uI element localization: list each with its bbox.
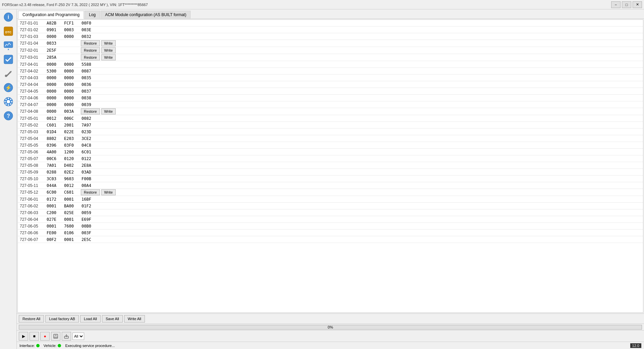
row-write-button[interactable]: Write xyxy=(101,189,116,195)
version-badge: 12.0 xyxy=(630,343,641,348)
row-v1: FE00 xyxy=(45,230,63,236)
row-v2: FCF1 xyxy=(63,20,80,26)
progress-bar: 0% xyxy=(19,325,642,330)
row-v3: 0059 xyxy=(80,210,98,215)
row-id: 727-05-06 xyxy=(18,149,45,155)
sidebar-item-dtc[interactable]: DTC xyxy=(2,25,15,38)
row-write-button[interactable]: Write xyxy=(101,108,116,114)
filter-select[interactable]: All xyxy=(72,333,84,340)
row-v2: 0000 xyxy=(63,34,80,39)
row-v3: 023D xyxy=(80,129,98,135)
row-v2: 02E2 xyxy=(63,169,80,175)
svg-point-15 xyxy=(11,101,12,102)
row-id: 727-05-05 xyxy=(18,143,45,148)
row-id: 727-04-08 xyxy=(18,109,45,114)
row-restore-button[interactable]: Restore xyxy=(81,189,100,195)
vehicle-label: Vehicle: xyxy=(44,344,57,348)
write-all-button[interactable]: Write All xyxy=(124,315,145,322)
restore-all-button[interactable]: Restore All xyxy=(19,315,44,322)
row-write-button[interactable]: Write xyxy=(101,47,116,53)
table-row: 727-06-06FE000106003F xyxy=(18,230,643,236)
row-v1: 0396 xyxy=(45,143,63,148)
row-write-button[interactable]: Write xyxy=(101,54,116,60)
row-v3: 01F2 xyxy=(80,203,98,209)
row-restore-button[interactable]: Restore xyxy=(81,108,100,114)
export-button[interactable] xyxy=(62,332,71,341)
sidebar-item-monitor[interactable]: ▲ xyxy=(2,39,15,52)
row-id: 727-04-05 xyxy=(18,89,45,94)
sidebar-item-wrench[interactable] xyxy=(2,67,15,80)
row-id: 727-03-01 xyxy=(18,55,45,60)
table-row: 727-04-01000000005588 xyxy=(18,61,643,68)
row-v2: 0000 xyxy=(63,82,80,87)
load-all-button[interactable]: Load All xyxy=(80,315,101,322)
row-v1: 027E xyxy=(45,217,63,222)
row-v1: 0000 xyxy=(45,34,63,39)
row-v3: 00B0 xyxy=(80,223,98,229)
row-v3: 00F0 xyxy=(80,20,98,26)
row-v2: 0012 xyxy=(63,183,80,188)
record-button[interactable]: ● xyxy=(40,332,50,341)
sidebar-item-circuit[interactable]: ⚡ xyxy=(2,81,15,94)
tab-bar: Configuration and Programming Log ACM Mo… xyxy=(17,9,644,19)
sidebar-item-settings[interactable] xyxy=(2,95,15,108)
row-v3: 0039 xyxy=(80,102,98,107)
row-v1: C200 xyxy=(45,210,63,215)
row-v1: 0033 xyxy=(45,41,63,46)
svg-point-12 xyxy=(8,98,9,99)
sidebar-item-checklist[interactable] xyxy=(2,53,15,66)
row-v2: 0003 xyxy=(63,27,80,33)
minimize-button[interactable]: − xyxy=(611,1,621,8)
row-v3: 04C8 xyxy=(80,143,98,148)
row-restore-button[interactable]: Restore xyxy=(81,47,100,53)
sidebar-item-info[interactable]: i xyxy=(2,11,15,23)
row-v1: 0000 xyxy=(45,89,63,94)
controls-bar: ▶ ■ ● All xyxy=(17,330,644,342)
table-row: 727-05-064A0012006C01 xyxy=(18,149,643,155)
row-restore-button[interactable]: Restore xyxy=(81,54,100,60)
table-row: 727-06-0700F200012E5C xyxy=(18,236,643,243)
row-v1: 7A01 xyxy=(45,163,63,168)
row-id: 727-05-09 xyxy=(18,169,45,175)
tab-config[interactable]: Configuration and Programming xyxy=(18,11,84,19)
table-row: 727-04-04000000000036 xyxy=(18,81,643,88)
svg-text:i: i xyxy=(7,14,9,20)
table-row: 727-05-05039603F004C8 xyxy=(18,142,643,149)
svg-text:⚡: ⚡ xyxy=(5,85,12,91)
load-factory-ab-button[interactable]: Load factory AB xyxy=(45,315,79,322)
row-v2: 0000 xyxy=(63,75,80,81)
svg-point-14 xyxy=(4,101,6,102)
stop-button[interactable]: ■ xyxy=(30,332,39,341)
row-id: 727-04-04 xyxy=(18,82,45,87)
row-write-button[interactable]: Write xyxy=(101,40,116,46)
table-row: 727-06-010172000116BF xyxy=(18,196,643,203)
row-v2: E203 xyxy=(63,136,80,141)
progress-bar-area: 0% xyxy=(17,323,644,330)
row-v1: 0901 xyxy=(45,27,63,33)
row-v2 xyxy=(63,50,80,51)
row-id: 727-05-07 xyxy=(18,156,45,161)
row-v1: 0001 xyxy=(45,203,63,209)
row-v2: 0001 xyxy=(63,197,80,202)
table-row: 727-01-0209010003003E xyxy=(18,27,643,33)
save-all-button[interactable]: Save All xyxy=(102,315,123,322)
main-layout: i DTC ▲ xyxy=(0,9,644,349)
table-row: 727-05-103C039603F00B xyxy=(18,176,643,182)
row-v3: 3CE2 xyxy=(80,136,98,141)
save-button[interactable] xyxy=(51,332,60,341)
row-v1: 0001 xyxy=(45,223,63,229)
play-button[interactable]: ▶ xyxy=(19,332,28,341)
maximize-button[interactable]: □ xyxy=(622,1,631,8)
sidebar-item-help[interactable]: ? xyxy=(2,109,15,122)
status-message: Executing service procedure... xyxy=(65,344,115,348)
row-id: 727-05-11 xyxy=(18,183,45,188)
row-restore-button[interactable]: Restore xyxy=(81,40,100,46)
title-bar: FORScan v2.3.48 release, Ford F-250 2V 7… xyxy=(0,0,644,9)
tab-acm[interactable]: ACM Module configuration (AS BUILT forma… xyxy=(101,11,191,18)
row-id: 727-04-01 xyxy=(18,62,45,67)
svg-point-13 xyxy=(8,104,9,106)
table-row: 727-05-11044A001200A4 xyxy=(18,182,643,189)
row-v3: 003E xyxy=(80,27,98,33)
tab-log[interactable]: Log xyxy=(85,11,100,18)
close-button[interactable]: ✕ xyxy=(633,1,642,8)
